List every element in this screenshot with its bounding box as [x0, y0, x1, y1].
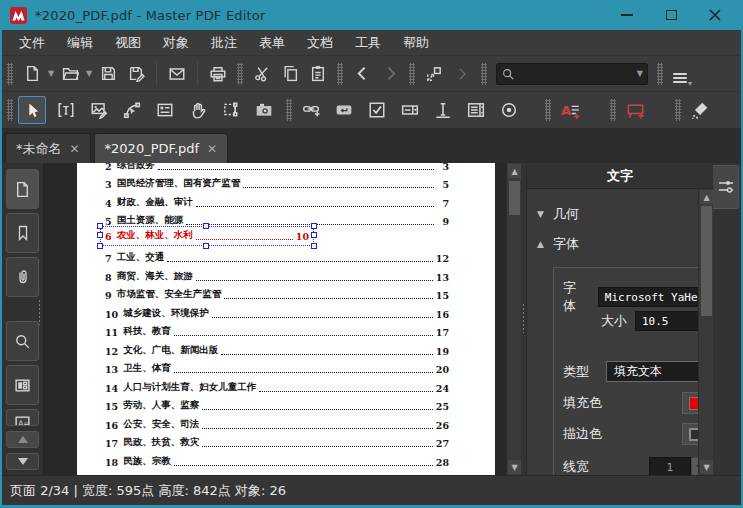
open-file-button[interactable] [56, 60, 84, 88]
selection-handle[interactable] [97, 243, 103, 249]
checkbox-tool-button[interactable] [363, 96, 391, 124]
select-tool-button[interactable] [18, 96, 46, 124]
bookmarks-panel-button[interactable] [6, 213, 39, 253]
scroll-down-icon[interactable]: ▼ [508, 460, 521, 474]
menu-file[interactable]: 文件 [8, 31, 56, 55]
save-as-button[interactable] [122, 60, 150, 88]
hand-tool-button[interactable] [184, 96, 212, 124]
scroll-up-icon[interactable]: ▲ [508, 164, 521, 178]
search-dropdown-icon[interactable]: ▼ [637, 69, 643, 78]
tab-close-icon[interactable]: ✕ [70, 142, 80, 156]
zoom-mode-button[interactable] [448, 60, 476, 88]
toolbar-grip[interactable] [481, 63, 487, 85]
toolbar-menu-button[interactable]: ▼ [668, 60, 696, 88]
toolbar-grip[interactable] [657, 63, 663, 85]
cut-button[interactable] [248, 60, 276, 88]
selection-handle[interactable] [311, 223, 317, 229]
menu-help[interactable]: 帮助 [392, 31, 440, 55]
menu-tools[interactable]: 工具 [344, 31, 392, 55]
menu-form[interactable]: 表单 [248, 31, 296, 55]
tab-2020-pdf[interactable]: *2020_PDF.pdf ✕ [94, 133, 229, 163]
toolbar-grip[interactable] [7, 63, 13, 85]
minimize-button[interactable] [605, 0, 649, 30]
selection-handle[interactable] [97, 232, 103, 238]
edit-text-tool-button[interactable] [52, 96, 80, 124]
tab-close-icon[interactable]: ✕ [207, 142, 217, 156]
selection-handle[interactable] [97, 223, 103, 229]
type-select[interactable]: 填充文本 [606, 361, 712, 382]
forward-button[interactable] [376, 60, 404, 88]
type-label: 类型 [563, 363, 589, 381]
font-size-input[interactable]: 10.5 [635, 311, 703, 331]
paste-button[interactable] [304, 60, 332, 88]
selection-handle[interactable] [311, 243, 317, 249]
toc-row-selected[interactable]: 6农业、林业、水利10 [105, 231, 449, 250]
print-button[interactable] [204, 60, 232, 88]
edit-form-tool-button[interactable] [151, 96, 179, 124]
line-width-row: 线宽 1 ▼ [563, 457, 708, 475]
thumbnails-panel-button[interactable] [6, 169, 39, 209]
add-link-tool-button[interactable] [297, 96, 325, 124]
signatures-panel-button[interactable]: A= [6, 409, 39, 426]
fit-page-button[interactable] [420, 60, 448, 88]
eraser-tool-button[interactable] [686, 96, 714, 124]
menu-view[interactable]: 视图 [104, 31, 152, 55]
scroll-up-icon[interactable]: ▲ [700, 190, 713, 204]
sidebar-scroll-up-button[interactable] [6, 431, 39, 448]
back-button[interactable] [348, 60, 376, 88]
combobox-tool-button[interactable] [396, 96, 424, 124]
menu-annotation[interactable]: 批注 [200, 31, 248, 55]
form-fields-panel-button[interactable] [6, 365, 39, 405]
maximize-button[interactable] [649, 0, 693, 30]
add-callout-tool-button[interactable] [621, 96, 649, 124]
close-button[interactable] [693, 0, 737, 30]
selection-handle[interactable] [203, 243, 209, 249]
copy-button[interactable] [276, 60, 304, 88]
scrollbar-thumb[interactable] [701, 206, 712, 316]
toolbar-grip[interactable] [286, 99, 292, 121]
scroll-down-icon[interactable]: ▼ [700, 460, 713, 474]
toolbar-grip[interactable] [337, 63, 343, 85]
attachments-panel-button[interactable] [6, 257, 39, 297]
edit-image-tool-button[interactable] [85, 96, 113, 124]
new-document-button[interactable] [18, 60, 46, 88]
scrollbar-thumb[interactable] [509, 181, 520, 215]
text-field-tool-button[interactable] [429, 96, 457, 124]
save-button[interactable] [94, 60, 122, 88]
selection-handle[interactable] [203, 223, 209, 229]
menu-edit[interactable]: 编辑 [56, 31, 104, 55]
text-object-selection[interactable]: 6农业、林业、水利10 [100, 226, 314, 246]
select-area-tool-button[interactable] [217, 96, 245, 124]
open-file-dropdown[interactable]: ▼ [84, 60, 94, 88]
sidebar-splitter-grip[interactable] [38, 299, 42, 325]
toolbar-grip[interactable] [675, 99, 681, 121]
list-box-tool-button[interactable] [462, 96, 490, 124]
tab-untitled[interactable]: *未命名 ✕ [5, 133, 91, 163]
properties-toggle-tab[interactable] [713, 165, 739, 209]
toolbar-grip[interactable] [237, 63, 243, 85]
selection-handle[interactable] [311, 232, 317, 238]
new-document-dropdown[interactable]: ▼ [46, 60, 56, 88]
font-name-input[interactable]: Microsoft YaHei [598, 287, 713, 307]
add-text-tool-button[interactable]: A [556, 96, 584, 124]
document-scrollbar[interactable]: ▲ ▼ [506, 163, 521, 475]
snapshot-tool-button[interactable] [250, 96, 278, 124]
toolbar-grip[interactable] [545, 99, 551, 121]
search-panel-button[interactable] [6, 321, 39, 361]
toolbar-grip[interactable] [409, 63, 415, 85]
toolbar-grip[interactable] [610, 99, 616, 121]
email-button[interactable] [163, 60, 191, 88]
section-geometry[interactable]: ▼ 几何 [537, 205, 579, 223]
push-button-tool-button[interactable] [330, 96, 358, 124]
section-font[interactable]: ▲ 字体 [537, 235, 579, 253]
pdf-page[interactable]: 2综合政务3 3国民经济管理、国有资产监管5 4财政、金融、审计7 5国土资源、… [77, 163, 495, 475]
menu-object[interactable]: 对象 [152, 31, 200, 55]
panel-scrollbar[interactable]: ▲ ▼ [698, 189, 713, 475]
toolbar-grip[interactable] [7, 99, 13, 121]
radio-button-tool-button[interactable] [495, 96, 523, 124]
menu-document[interactable]: 文档 [296, 31, 344, 55]
search-input[interactable] [515, 67, 637, 81]
document-view[interactable]: 2综合政务3 3国民经济管理、国有资产监管5 4财政、金融、审计7 5国土资源、… [44, 163, 506, 475]
edit-path-tool-button[interactable] [118, 96, 146, 124]
sidebar-scroll-down-button[interactable] [6, 453, 39, 470]
